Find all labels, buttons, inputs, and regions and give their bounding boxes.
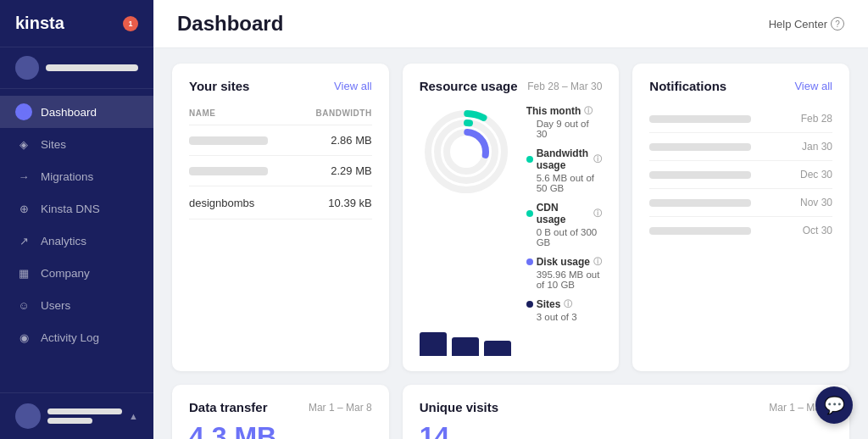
sidebar: kinsta 1 ⊙ Dashboard ◈ Sites → Migration… xyxy=(0,0,153,439)
account-name-bar xyxy=(46,64,138,71)
notif-date: Oct 30 xyxy=(803,225,832,236)
notif-date: Jan 30 xyxy=(802,141,832,153)
notif-date: Nov 30 xyxy=(800,197,832,208)
sidebar-item-activity-log[interactable]: ◉ Activity Log xyxy=(0,321,153,353)
sidebar-item-users[interactable]: ☺ Users xyxy=(0,289,153,321)
bandwidth-value: 10.39 kB xyxy=(287,186,371,220)
notif-name-skeleton xyxy=(649,227,751,235)
sidebar-nav: ⊙ Dashboard ◈ Sites → Migrations ⊕ Kinst… xyxy=(0,89,153,392)
sidebar-label-migrations: Migrations xyxy=(41,170,93,183)
donut-svg xyxy=(420,105,513,198)
kinsta-logo: kinsta xyxy=(15,14,64,33)
sites-icon: ◈ xyxy=(15,136,32,153)
notifications-title: Notifications xyxy=(649,79,726,93)
notifications-view-all-link[interactable]: View all xyxy=(794,80,832,92)
stat-disk-value: 395.96 MB out of 10 GB xyxy=(526,270,603,290)
info-icon: ⓘ xyxy=(584,105,593,117)
donut-chart xyxy=(420,105,513,198)
disk-dot xyxy=(526,258,533,265)
stat-sites-label: Sites ⓘ xyxy=(526,298,603,310)
company-icon: ▦ xyxy=(15,264,32,281)
unique-visits-card-header: Unique visits Mar 1 – Mar 8 xyxy=(420,400,832,414)
data-transfer-card-header: Data transfer Mar 1 – Mar 8 xyxy=(189,400,372,414)
help-center-link[interactable]: Help Center ? xyxy=(769,17,844,31)
bandwidth-value: 2.29 MB xyxy=(287,156,371,186)
notif-name-skeleton xyxy=(649,171,751,179)
analytics-icon: ↗ xyxy=(15,232,32,249)
footer-avatar xyxy=(15,403,41,429)
migrations-icon: → xyxy=(15,168,32,185)
sidebar-account[interactable] xyxy=(0,47,153,89)
list-item[interactable]: Oct 30 xyxy=(649,217,832,244)
page-title: Dashboard xyxy=(177,12,283,36)
bar-chart-item xyxy=(452,337,479,356)
help-center-label: Help Center xyxy=(769,18,827,31)
sidebar-item-sites[interactable]: ◈ Sites xyxy=(0,128,153,160)
notif-date: Dec 30 xyxy=(800,169,832,181)
sidebar-item-analytics[interactable]: ↗ Analytics xyxy=(0,225,153,257)
sites-table: NAME BANDWIDTH 2.86 MB 2.29 MB designbom… xyxy=(189,105,372,220)
data-transfer-date-range: Mar 1 – Mar 8 xyxy=(309,402,372,414)
unique-visits-value: 14 xyxy=(420,421,832,439)
bar-chart-item xyxy=(420,332,447,356)
resource-stats: This month ⓘ Day 9 out of 30 Bandwidth u… xyxy=(526,105,603,322)
resource-usage-card: Resource usage Feb 28 – Mar 30 xyxy=(403,64,620,371)
stat-cdn-value: 0 B out of 300 GB xyxy=(526,227,603,247)
stat-cdn-label: CDN usage ⓘ xyxy=(526,202,603,225)
sidebar-label-dashboard: Dashboard xyxy=(41,106,97,119)
sidebar-label-users: Users xyxy=(41,299,70,312)
stat-bandwidth: Bandwidth usage ⓘ 5.6 MB out of 50 GB xyxy=(526,147,603,193)
dashboard-grid: Your sites View all NAME BANDWIDTH 2.86 … xyxy=(153,48,868,439)
kinsta-dns-icon: ⊕ xyxy=(15,200,32,217)
list-item[interactable]: Nov 30 xyxy=(649,189,832,217)
sidebar-item-kinsta-dns[interactable]: ⊕ Kinsta DNS xyxy=(0,192,153,225)
chat-button[interactable]: 💬 xyxy=(815,386,853,424)
account-avatar xyxy=(15,56,39,80)
table-row[interactable]: designbombs 10.39 kB xyxy=(189,186,372,220)
stat-bandwidth-label: Bandwidth usage ⓘ xyxy=(526,147,603,171)
notifications-list: Feb 28 Jan 30 Dec 30 Nov 30 Oct 30 xyxy=(649,105,832,244)
list-item[interactable]: Dec 30 xyxy=(649,161,832,189)
stat-sites-value: 3 out of 3 xyxy=(526,312,603,322)
sidebar-item-company[interactable]: ▦ Company xyxy=(0,257,153,289)
resource-card-title: Resource usage xyxy=(420,79,518,93)
sidebar-label-analytics: Analytics xyxy=(41,235,86,247)
sidebar-label-sites: Sites xyxy=(41,138,66,151)
notifications-card-header: Notifications View all xyxy=(649,79,832,93)
info-icon: ⓘ xyxy=(593,256,602,268)
stat-this-month: This month ⓘ Day 9 out of 30 xyxy=(526,105,603,139)
data-transfer-title: Data transfer xyxy=(189,400,268,414)
dashboard-icon: ⊙ xyxy=(15,103,32,120)
table-row[interactable]: 2.86 MB xyxy=(189,125,372,156)
site-name-skeleton xyxy=(189,136,268,145)
stat-this-month-value: Day 9 out of 30 xyxy=(526,119,603,139)
sidebar-footer[interactable]: ▲ xyxy=(0,392,153,439)
stat-disk: Disk usage ⓘ 395.96 MB out of 10 GB xyxy=(526,256,603,290)
notif-name-skeleton xyxy=(649,143,751,151)
footer-chevron-icon: ▲ xyxy=(129,411,138,421)
notif-name-skeleton xyxy=(649,115,751,123)
sidebar-label-company: Company xyxy=(41,267,90,280)
sidebar-label-kinsta-dns: Kinsta DNS xyxy=(41,203,100,215)
unique-visits-title: Unique visits xyxy=(420,400,498,414)
sites-card-header: Your sites View all xyxy=(189,79,372,93)
notif-date: Feb 28 xyxy=(801,113,832,125)
users-icon: ☺ xyxy=(15,297,32,314)
sites-view-all-link[interactable]: View all xyxy=(334,80,372,92)
sidebar-item-migrations[interactable]: → Migrations xyxy=(0,160,153,192)
main-content: Dashboard Help Center ? Your sites View … xyxy=(153,0,868,439)
resource-inner: This month ⓘ Day 9 out of 30 Bandwidth u… xyxy=(420,105,603,322)
sidebar-label-activity-log: Activity Log xyxy=(41,331,99,344)
stat-cdn: CDN usage ⓘ 0 B out of 300 GB xyxy=(526,202,603,247)
notifications-card: Notifications View all Feb 28 Jan 30 Dec… xyxy=(632,64,849,371)
stat-bandwidth-value: 5.6 MB out of 50 GB xyxy=(526,173,603,193)
sidebar-item-dashboard[interactable]: ⊙ Dashboard xyxy=(0,96,153,128)
site-name-skeleton xyxy=(189,167,268,175)
notification-badge[interactable]: 1 xyxy=(123,16,138,31)
data-transfer-card: Data transfer Mar 1 – Mar 8 4.3 MB xyxy=(172,385,389,439)
info-icon: ⓘ xyxy=(564,298,572,310)
list-item[interactable]: Feb 28 xyxy=(649,105,832,133)
table-row[interactable]: 2.29 MB xyxy=(189,156,372,186)
list-item[interactable]: Jan 30 xyxy=(649,133,832,161)
resource-card-header: Resource usage Feb 28 – Mar 30 xyxy=(420,79,603,93)
